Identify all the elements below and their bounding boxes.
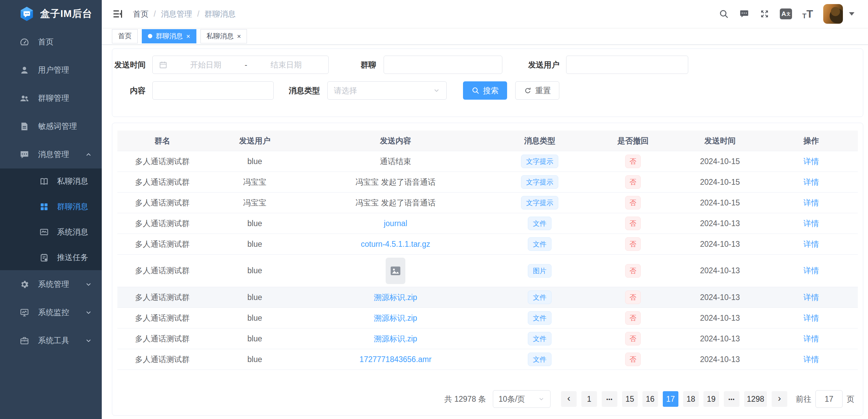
group-input[interactable] (384, 56, 502, 74)
dashboard-icon (19, 37, 30, 47)
content-input[interactable] (152, 81, 274, 100)
detail-link[interactable]: 详情 (804, 314, 819, 322)
page-button-1298[interactable]: 1298 (744, 391, 767, 407)
sidebar-item-label: 用户管理 (38, 65, 92, 75)
cell-group-name: 多人通话测试群 (117, 239, 207, 250)
detail-link[interactable]: 详情 (804, 198, 819, 207)
file-link[interactable]: 溯源标识.zip (374, 293, 417, 302)
translate-icon[interactable]: A文 (780, 8, 792, 19)
detail-link[interactable]: 详情 (804, 355, 819, 364)
close-icon[interactable]: × (186, 33, 190, 40)
page-size-select[interactable]: 10条/页 (493, 390, 551, 408)
refresh-icon (524, 86, 532, 95)
cell-sender: blue (207, 266, 302, 275)
ellipsis-button[interactable]: ••• (602, 391, 617, 407)
cell-content: 通话结束 (302, 156, 489, 167)
breadcrumb-item[interactable]: 首页 (133, 9, 149, 19)
breadcrumb-item: 群聊消息 (205, 9, 236, 19)
fullscreen-icon[interactable] (759, 9, 770, 19)
chevron-down-icon (85, 151, 92, 158)
cell-content: 溯源标识.zip (302, 292, 489, 303)
table-body: 多人通话测试群 blue 通话结束 文字提示 否 2024-10-15 详情 多… (117, 151, 858, 370)
end-date-input[interactable]: 结束日期 (250, 60, 322, 70)
cell-sender: blue (207, 334, 302, 343)
recalled-badge: 否 (625, 237, 641, 251)
table-header: 群名发送用户发送内容消息类型是否撤回发送时间操作 (117, 131, 858, 151)
tab-label: 首页 (118, 32, 132, 41)
cell-recalled: 否 (591, 332, 675, 345)
sidebar-item-user-management[interactable]: 用户管理 (0, 56, 102, 84)
gear-icon (19, 279, 30, 290)
tab-private-messages[interactable]: 私聊消息 × (200, 29, 247, 43)
file-link[interactable]: coturn-4.5.1.1.tar.gz (361, 240, 430, 248)
sidebar-item-group-management[interactable]: 群聊管理 (0, 84, 102, 112)
cell-content: coturn-4.5.1.1.tar.gz (302, 240, 489, 249)
detail-link[interactable]: 详情 (804, 334, 819, 343)
reset-button[interactable]: 重置 (515, 81, 559, 100)
recalled-badge: 否 (625, 155, 641, 168)
sidebar-item-label: 群聊消息 (57, 201, 92, 212)
sidebar-item-system-messages[interactable]: 系统消息 (0, 219, 102, 245)
sidebar-item-private-messages[interactable]: 私聊消息 (0, 168, 102, 194)
font-size-icon[interactable]: TT (802, 8, 813, 19)
detail-link[interactable]: 详情 (804, 157, 819, 166)
search-form-row-2: 内容 消息类型 请选择 搜索 重置 (112, 81, 863, 100)
sidebar-item-system-tools[interactable]: 系统工具 (0, 326, 102, 355)
breadcrumb-item: 消息管理 (161, 9, 192, 19)
file-link[interactable]: 溯源标识.zip (374, 334, 417, 343)
avatar[interactable] (823, 4, 843, 24)
date-range-picker[interactable]: 开始日期 - 结束日期 (152, 56, 329, 74)
cell-send-date: 2024-10-13 (675, 266, 765, 275)
app-logo-icon (19, 6, 35, 22)
page-button-15[interactable]: 15 (622, 391, 638, 407)
file-link[interactable]: 溯源标识.zip (374, 314, 417, 322)
dropdown-caret-icon[interactable] (849, 12, 854, 16)
message-type-badge: 文字提示 (521, 175, 558, 189)
pagination-total: 共 12978 条 (444, 394, 486, 404)
sidebar-item-sensitive-words[interactable]: 敏感词管理 (0, 112, 102, 140)
detail-link[interactable]: 详情 (804, 293, 819, 302)
tab-home[interactable]: 首页 × (112, 29, 138, 43)
column-header: 群名 (117, 136, 207, 146)
tab-group-messages[interactable]: 群聊消息 × (142, 29, 196, 43)
file-link[interactable]: 1727771843656.amr (360, 355, 431, 364)
sidebar-item-home[interactable]: 首页 (0, 28, 102, 56)
page-button-16[interactable]: 16 (642, 391, 658, 407)
file-link[interactable]: journal (384, 219, 407, 228)
search-icon[interactable] (719, 9, 729, 19)
start-date-input[interactable]: 开始日期 (170, 60, 242, 70)
search-button[interactable]: 搜索 (463, 81, 507, 100)
cell-group-name: 多人通话测试群 (117, 198, 207, 208)
detail-link[interactable]: 详情 (804, 219, 819, 228)
detail-link[interactable]: 详情 (804, 178, 819, 186)
ellipsis-button[interactable]: ••• (724, 391, 739, 407)
message-type-badge: 文字提示 (521, 155, 558, 168)
cell-send-date: 2024-10-13 (675, 314, 765, 323)
app-logo[interactable]: 盒子IM后台 (0, 0, 102, 28)
page-button-17[interactable]: 17 (663, 391, 678, 407)
cell-content: 溯源标识.zip (302, 313, 489, 323)
sidebar-item-system-monitor[interactable]: 系统监控 (0, 298, 102, 326)
page-jumper: 前往 页 (796, 390, 854, 408)
page-button-1[interactable]: 1 (581, 391, 597, 407)
detail-link[interactable]: 详情 (804, 266, 819, 275)
sidebar-item-message-management[interactable]: 消息管理 (0, 140, 102, 168)
msg-type-select[interactable]: 请选择 (327, 81, 447, 100)
sender-label: 发送用户 (522, 60, 559, 70)
sidebar-collapse-icon[interactable] (102, 9, 133, 19)
page-button-18[interactable]: 18 (683, 391, 699, 407)
page-button-19[interactable]: 19 (703, 391, 719, 407)
close-icon[interactable]: × (237, 33, 241, 40)
sender-input[interactable] (566, 56, 688, 74)
cell-sender: blue (207, 314, 302, 323)
next-button[interactable]: › (772, 391, 787, 407)
cell-sender: blue (207, 293, 302, 302)
sidebar-item-push-tasks[interactable]: 推送任务 (0, 245, 102, 270)
message-bubble-icon[interactable] (739, 9, 749, 19)
detail-link[interactable]: 详情 (804, 240, 819, 248)
sidebar-item-system-management[interactable]: 系统管理 (0, 270, 102, 298)
prev-button[interactable]: ‹ (561, 391, 577, 407)
page-jump-input[interactable] (815, 390, 843, 408)
image-thumbnail[interactable] (386, 258, 405, 284)
sidebar-item-group-messages[interactable]: 群聊消息 (0, 194, 102, 219)
